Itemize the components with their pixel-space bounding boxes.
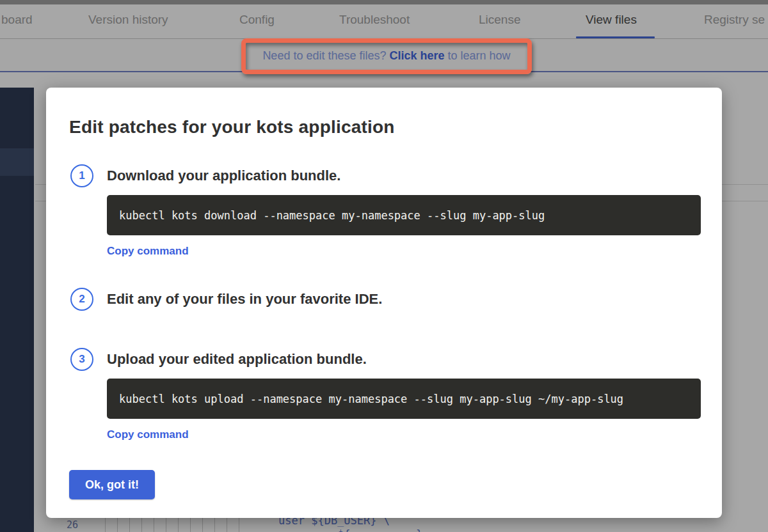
step-2-badge: 2 <box>70 288 93 311</box>
copy-upload-command-link[interactable]: Copy command <box>107 428 189 441</box>
modal-title: Edit patches for your kots application <box>69 117 395 137</box>
step-3-title: Upload your edited application bundle. <box>107 348 367 371</box>
ok-got-it-button[interactable]: Ok, got it! <box>69 470 155 499</box>
step-3-badge: 3 <box>70 348 93 371</box>
download-command-code-block: kubectl kots download --namespace my-nam… <box>107 195 701 235</box>
copy-download-command-link[interactable]: Copy command <box>107 245 189 258</box>
annotation-highlight-rectangle <box>241 38 532 74</box>
step-1-title: Download your application bundle. <box>107 164 340 187</box>
step-1-badge: 1 <box>70 164 93 187</box>
upload-command-code-block: kubectl kots upload --namespace my-names… <box>107 379 701 419</box>
step-2-title: Edit any of your files in your favorite … <box>107 288 382 311</box>
edit-patches-modal: Edit patches for your kots application 1… <box>46 88 722 518</box>
